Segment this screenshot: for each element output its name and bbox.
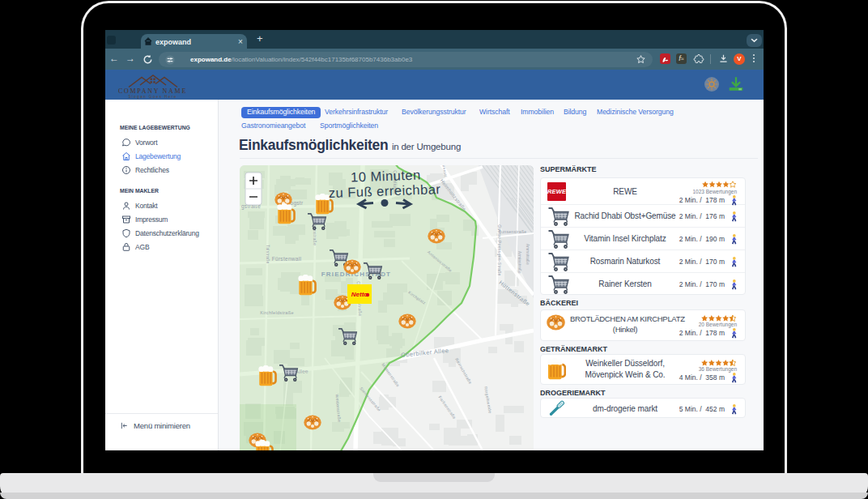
svg-text:10 Minuten: 10 Minuten [351,167,421,184]
svg-text:Netto: Netto [351,291,368,298]
svg-text:Slogan Goes Here: Slogan Goes Here [128,95,177,99]
svg-text:COMPANY NAME: COMPANY NAME [118,87,187,95]
svg-text:zu Fuß erreichbar: zu Fuß erreichbar [328,181,440,200]
